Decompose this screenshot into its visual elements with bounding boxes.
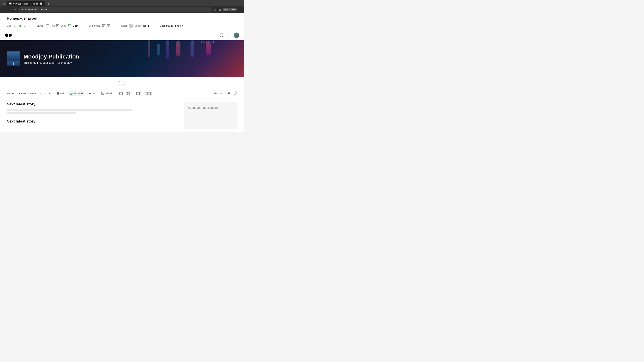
title-on-option[interactable]: on <box>220 92 223 95</box>
section-name: Latest stories <box>19 92 34 95</box>
color-subtle[interactable]: Subtle <box>134 24 142 27</box>
toolbar-controls: Size S M L Layout Title <box>7 24 238 28</box>
svg-rect-33 <box>89 93 91 94</box>
active-tab[interactable]: New publication – Medium ✕ <box>6 1 45 6</box>
svg-point-0 <box>9 3 10 4</box>
mixed-icon <box>101 92 104 95</box>
reload-button[interactable]: ↻ <box>13 7 17 12</box>
svg-rect-5 <box>46 26 48 26</box>
hero-thumbnail <box>7 51 20 66</box>
align-left-icon[interactable] <box>102 24 106 27</box>
layout-header: Homepage layout Size S M L Layout <box>0 13 244 30</box>
view-stream-button[interactable]: Stream <box>68 91 85 96</box>
delete-section-button[interactable] <box>233 91 238 96</box>
svg-rect-26 <box>58 93 59 94</box>
sidebar-card-title: About your publication <box>188 106 234 110</box>
layout-control: Layout Title Logo Both <box>37 24 78 27</box>
title-divider: | <box>224 92 225 95</box>
layout-both-label[interactable]: Both <box>72 24 78 27</box>
layout-section-title: Homepage layout <box>7 16 238 21</box>
svg-rect-50 <box>146 92 148 95</box>
layout-logo-icon[interactable] <box>56 24 59 27</box>
tab-close-button[interactable]: ✕ <box>40 2 42 5</box>
background-image-label: Background image <box>160 24 181 27</box>
section-controls: Section: Latest stories ▾ - 10 + Grid St… <box>0 88 244 99</box>
divider-3 <box>116 24 116 27</box>
svg-rect-14 <box>102 26 106 26</box>
svg-rect-38 <box>88 94 88 94</box>
divider-4 <box>154 24 154 27</box>
story-1-placeholder-2 <box>7 112 76 114</box>
svg-rect-23 <box>57 92 58 93</box>
address-bar[interactable] <box>18 7 212 12</box>
svg-rect-31 <box>89 92 91 92</box>
title-control-label: Title: <box>214 92 219 95</box>
page-content: Homepage layout Size S M L Layout <box>0 13 244 132</box>
layout-icons: Title Logo Both <box>46 24 78 27</box>
tab-nav-back[interactable]: ◀ <box>2 2 5 6</box>
tab-title: New publication – Medium <box>13 2 38 5</box>
size-options: S M L <box>13 24 26 27</box>
svg-point-7 <box>57 25 58 26</box>
svg-rect-18 <box>107 26 110 26</box>
layout-label: Layout <box>37 24 44 27</box>
toolbar-actions: ☆ ⊞ 🕵 Incognito ⋮ <box>213 7 242 12</box>
svg-rect-4 <box>46 25 48 25</box>
nav-icons <box>219 32 239 38</box>
hero-publication-title: Moodjoy Publication <box>24 53 79 60</box>
layout-single-column[interactable] <box>118 91 124 96</box>
medium-logo[interactable] <box>5 33 12 37</box>
browser-chrome: ◀ New publication – Medium ✕ + ← → ↻ ☆ ⊞ <box>0 0 244 13</box>
view-grid-button[interactable]: Grid <box>54 91 68 96</box>
back-button[interactable]: ← <box>2 7 7 12</box>
svg-rect-29 <box>70 93 73 94</box>
hero-banner: Moodjoy Publication This is my first pub… <box>0 40 244 77</box>
size-l[interactable]: L <box>23 24 26 27</box>
bookmark-nav-icon[interactable] <box>219 33 224 37</box>
story-1-title: Next latest story <box>7 102 180 106</box>
layout-two-column[interactable] <box>125 91 131 96</box>
add-section-button[interactable]: + <box>119 80 125 86</box>
section-select[interactable]: Latest stories ▾ <box>19 92 36 95</box>
nav-buttons: ← → ↻ <box>2 7 17 12</box>
layout-four-column[interactable] <box>144 91 152 96</box>
size-s[interactable]: S <box>13 24 16 27</box>
bookmark-button[interactable]: ☆ <box>213 7 217 12</box>
new-tab-button[interactable]: + <box>46 2 51 6</box>
title-off-option[interactable]: off <box>226 92 230 95</box>
svg-rect-13 <box>102 25 104 25</box>
svg-rect-41 <box>103 93 104 93</box>
menu-button[interactable]: ⋮ <box>238 7 242 12</box>
layout-both-icon[interactable] <box>68 24 71 27</box>
size-control: Size S M L <box>7 24 26 27</box>
sidebar-card: About your publication <box>184 102 238 129</box>
background-image-button[interactable]: Background image ▾ <box>160 24 183 27</box>
align-center-icon[interactable] <box>107 24 110 27</box>
browser-toolbar: ← → ↻ ☆ ⊞ 🕵 Incognito ⋮ <box>0 6 244 13</box>
layout-button[interactable]: ⊞ <box>218 7 221 12</box>
svg-rect-32 <box>89 93 91 93</box>
notification-icon[interactable] <box>226 33 231 37</box>
view-grid-label: Grid <box>60 92 65 95</box>
color-picker[interactable] <box>129 24 133 28</box>
story-card-2: Next latest story <box>7 119 180 123</box>
svg-rect-37 <box>88 93 88 94</box>
count-decrease-button[interactable]: - <box>40 92 42 95</box>
forward-button[interactable]: → <box>8 7 12 12</box>
layout-logo-label[interactable]: Logo <box>61 24 66 27</box>
count-increase-button[interactable]: + <box>48 92 51 95</box>
alignment-icons <box>102 24 110 27</box>
color-bold[interactable]: Bold <box>144 24 149 27</box>
chevron-down-icon: ▾ <box>182 24 183 27</box>
view-list-button[interactable]: List <box>86 91 98 96</box>
layout-title-label[interactable]: Title <box>50 24 55 27</box>
view-mixed-button[interactable]: Mixed <box>98 91 114 96</box>
layout-three-column[interactable] <box>135 91 143 96</box>
size-m[interactable]: M <box>18 24 22 27</box>
layout-toggles <box>118 91 131 96</box>
svg-rect-24 <box>58 92 59 93</box>
user-avatar[interactable] <box>234 32 239 38</box>
count-value: 10 <box>44 92 46 95</box>
layout-title-icon[interactable] <box>46 24 49 27</box>
view-options: Grid Stream List Mixed <box>54 91 114 96</box>
